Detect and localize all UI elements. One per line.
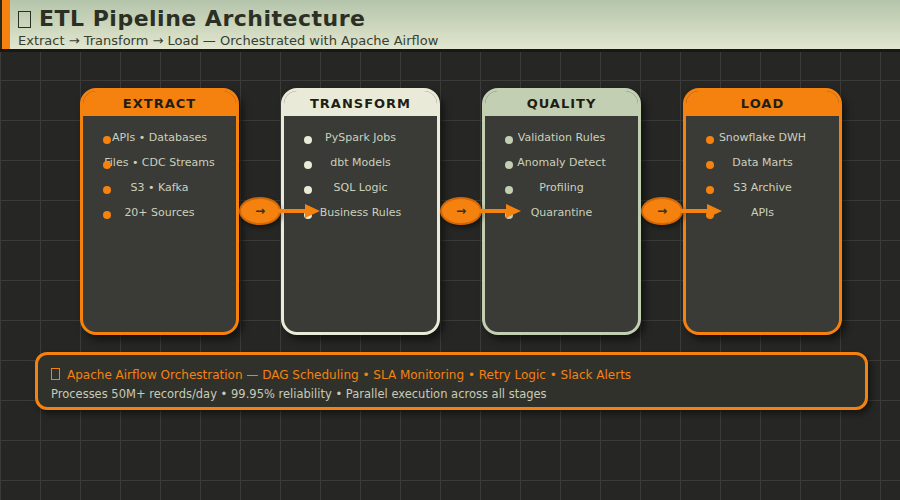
arrow-line bbox=[681, 209, 709, 213]
page-subtitle: Extract → Transform → Load — Orchestrate… bbox=[18, 32, 900, 49]
connector-extract-transform: → bbox=[239, 197, 323, 225]
list-item: Snowflake DWH bbox=[686, 128, 839, 153]
bullet-icon bbox=[706, 161, 714, 169]
list-item: 20+ Sources bbox=[83, 203, 236, 228]
arrow-right-icon bbox=[707, 204, 722, 218]
stage-title-extract: EXTRACT bbox=[83, 91, 236, 116]
arrow-right-icon bbox=[506, 204, 521, 218]
accent-strip bbox=[0, 0, 10, 49]
list-item: Anomaly Detect bbox=[485, 153, 638, 178]
page-title: ETL Pipeline Architecture bbox=[18, 6, 900, 32]
bullet-icon bbox=[706, 136, 714, 144]
app-header: ETL Pipeline Architecture Extract → Tran… bbox=[0, 0, 900, 52]
list-item: Data Marts bbox=[686, 153, 839, 178]
bullet-icon bbox=[706, 186, 714, 194]
arrow-right-icon bbox=[305, 204, 320, 218]
arrow-line bbox=[279, 209, 307, 213]
flow-step-badge: → bbox=[440, 197, 482, 225]
bullet-icon bbox=[103, 186, 111, 194]
placeholder-glyph-icon bbox=[18, 11, 31, 28]
stage-title-quality: QUALITY bbox=[485, 91, 638, 116]
flow-step-badge: → bbox=[641, 197, 683, 225]
flow-step-badge: → bbox=[239, 197, 281, 225]
stage-title-load: LOAD bbox=[686, 91, 839, 116]
orchestration-banner: Apache Airflow Orchestration — DAG Sched… bbox=[35, 352, 868, 410]
bullet-icon bbox=[304, 161, 312, 169]
bullet-icon bbox=[304, 136, 312, 144]
list-item: S3 • Kafka bbox=[83, 178, 236, 203]
bullet-icon bbox=[103, 136, 111, 144]
stage-body-extract: APIs • Databases Files • CDC Streams S3 … bbox=[83, 116, 236, 228]
stage-card-extract: EXTRACT APIs • Databases Files • CDC Str… bbox=[80, 88, 239, 335]
list-item: dbt Models bbox=[284, 153, 437, 178]
connector-transform-quality: → bbox=[440, 197, 524, 225]
stage-title-transform: TRANSFORM bbox=[284, 91, 437, 116]
bullet-icon bbox=[505, 136, 513, 144]
page-title-text: ETL Pipeline Architecture bbox=[39, 6, 365, 31]
arrow-line bbox=[480, 209, 508, 213]
placeholder-glyph-icon bbox=[51, 368, 60, 380]
bullet-icon bbox=[103, 211, 111, 219]
list-item: APIs • Databases bbox=[83, 128, 236, 153]
bullet-icon bbox=[304, 186, 312, 194]
connector-quality-load: → bbox=[641, 197, 725, 225]
orchestration-title: Apache Airflow Orchestration — DAG Sched… bbox=[51, 367, 865, 384]
list-item: PySpark Jobs bbox=[284, 128, 437, 153]
orchestration-title-text: Apache Airflow Orchestration — DAG Sched… bbox=[67, 368, 631, 382]
list-item: Files • CDC Streams bbox=[83, 153, 236, 178]
bullet-icon bbox=[505, 186, 513, 194]
list-item: Validation Rules bbox=[485, 128, 638, 153]
bullet-icon bbox=[103, 161, 111, 169]
orchestration-stats: Processes 50M+ records/day • 99.95% reli… bbox=[51, 386, 865, 403]
bullet-icon bbox=[505, 161, 513, 169]
